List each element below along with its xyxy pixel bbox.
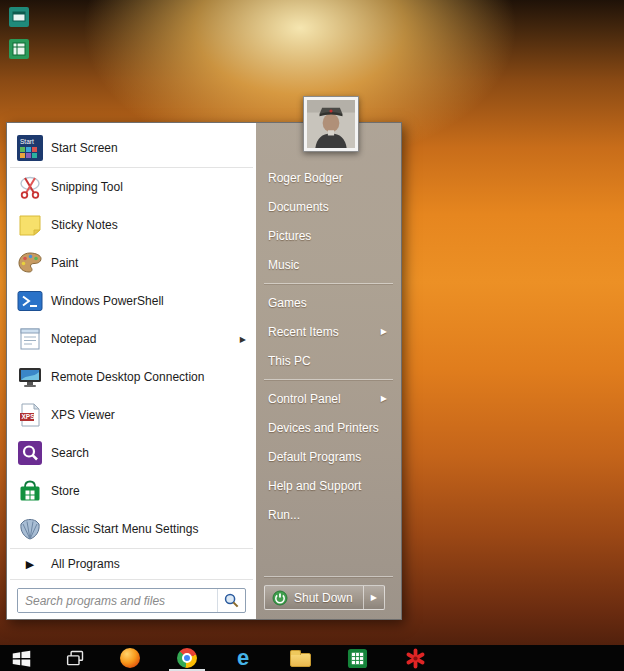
search-app-icon bbox=[17, 440, 43, 466]
panel-separator bbox=[264, 379, 393, 380]
menu-item-snipping-tool[interactable]: Snipping Tool bbox=[7, 168, 256, 206]
menu-item-label: Paint bbox=[51, 256, 78, 270]
submenu-arrow-icon: ▶ bbox=[381, 327, 387, 336]
sticky-notes-icon bbox=[17, 212, 43, 238]
user-portrait-photo bbox=[307, 100, 355, 148]
all-programs-label: All Programs bbox=[51, 557, 120, 571]
desktop-shortcut-icon-2[interactable] bbox=[8, 38, 30, 60]
submenu-arrow-icon: ▶ bbox=[240, 335, 246, 344]
item-label: Control Panel bbox=[268, 392, 341, 406]
item-label: Games bbox=[268, 296, 307, 310]
red-asterisk-icon bbox=[405, 648, 426, 669]
menu-item-notepad[interactable]: Notepad ▶ bbox=[7, 320, 256, 358]
search-input[interactable] bbox=[18, 589, 217, 612]
powershell-icon bbox=[17, 288, 43, 314]
desktop-shortcut-icon-1[interactable] bbox=[8, 6, 30, 28]
store-icon bbox=[17, 478, 43, 504]
item-label: Help and Support bbox=[268, 479, 361, 493]
xps-viewer-icon: XPS bbox=[17, 402, 43, 428]
menu-item-powershell[interactable]: Windows PowerShell bbox=[7, 282, 256, 320]
taskbar-icon-explorer[interactable] bbox=[63, 647, 87, 669]
chrome-icon bbox=[177, 648, 197, 668]
taskbar-icon-internet-explorer[interactable]: e bbox=[231, 647, 255, 669]
search-box[interactable] bbox=[17, 588, 246, 613]
item-label: Pictures bbox=[268, 229, 311, 243]
start-menu: Start Start Screen Snipping Tool Sticky … bbox=[6, 122, 402, 620]
taskbar-start-button[interactable] bbox=[9, 647, 33, 669]
menu-item-control-panel[interactable]: Control Panel ▶ bbox=[256, 384, 401, 413]
folder-icon bbox=[290, 653, 311, 667]
menu-item-store[interactable]: Store bbox=[7, 472, 256, 510]
menu-item-label: Notepad bbox=[51, 332, 96, 346]
menu-item-label: Start Screen bbox=[51, 141, 118, 155]
menu-item-search[interactable]: Search bbox=[7, 434, 256, 472]
teal-app-icon bbox=[8, 6, 30, 28]
shutdown-options-arrow[interactable]: ▶ bbox=[363, 586, 384, 609]
shutdown-label: Shut Down bbox=[294, 591, 353, 605]
menu-item-label: Windows PowerShell bbox=[51, 294, 164, 308]
menu-item-label: XPS Viewer bbox=[51, 408, 115, 422]
menu-item-remote-desktop[interactable]: Remote Desktop Connection bbox=[7, 358, 256, 396]
menu-item-paint[interactable]: Paint bbox=[7, 244, 256, 282]
menu-item-default-programs[interactable]: Default Programs bbox=[256, 442, 401, 471]
shutdown-power-icon bbox=[272, 590, 288, 606]
search-magnifier-icon[interactable] bbox=[217, 589, 245, 612]
user-name-item[interactable]: Roger Bodger bbox=[256, 163, 401, 192]
submenu-arrow-icon: ▶ bbox=[381, 394, 387, 403]
menu-item-xps-viewer[interactable]: XPS XPS Viewer bbox=[7, 396, 256, 434]
firefox-icon bbox=[120, 648, 140, 668]
svg-text:XPS: XPS bbox=[22, 413, 36, 420]
menu-item-music[interactable]: Music bbox=[256, 250, 401, 279]
user-name-label: Roger Bodger bbox=[268, 171, 343, 185]
taskbar-icon-red-app[interactable] bbox=[403, 647, 427, 669]
menu-item-help-and-support[interactable]: Help and Support bbox=[256, 471, 401, 500]
snipping-tool-icon bbox=[17, 174, 43, 200]
menu-item-label: Store bbox=[51, 484, 80, 498]
user-avatar[interactable] bbox=[303, 96, 359, 152]
all-programs-arrow-icon: ▶ bbox=[17, 558, 43, 571]
menu-item-label: Remote Desktop Connection bbox=[51, 370, 204, 384]
desktop: Start Start Screen Snipping Tool Sticky … bbox=[0, 0, 624, 671]
menu-item-label: Snipping Tool bbox=[51, 180, 123, 194]
shutdown-button[interactable]: Shut Down bbox=[265, 586, 363, 609]
item-label: Documents bbox=[268, 200, 329, 214]
menu-item-documents[interactable]: Documents bbox=[256, 192, 401, 221]
item-label: Recent Items bbox=[268, 325, 339, 339]
start-screen-icon: Start bbox=[17, 135, 43, 161]
item-label: Devices and Printers bbox=[268, 421, 379, 435]
menu-item-devices-and-printers[interactable]: Devices and Printers bbox=[256, 413, 401, 442]
menu-item-games[interactable]: Games bbox=[256, 288, 401, 317]
panel-separator bbox=[264, 283, 393, 284]
explorer-windows-icon bbox=[65, 648, 86, 669]
menu-item-this-pc[interactable]: This PC bbox=[256, 346, 401, 375]
item-label: Music bbox=[268, 258, 299, 272]
menu-item-run[interactable]: Run... bbox=[256, 500, 401, 529]
menu-item-classic-start-menu-settings[interactable]: Classic Start Menu Settings bbox=[7, 510, 256, 548]
panel-separator bbox=[264, 576, 393, 577]
internet-explorer-icon: e bbox=[237, 648, 249, 668]
green-app-icon bbox=[8, 38, 30, 60]
taskbar: e bbox=[0, 645, 624, 671]
menu-item-pictures[interactable]: Pictures bbox=[256, 221, 401, 250]
taskbar-icon-firefox[interactable] bbox=[118, 647, 142, 669]
taskbar-icon-spreadsheet-app[interactable] bbox=[345, 647, 369, 669]
classic-shell-icon bbox=[17, 516, 43, 542]
menu-item-start-screen[interactable]: Start Start Screen bbox=[7, 129, 256, 167]
remote-desktop-icon bbox=[17, 364, 43, 390]
spreadsheet-green-icon bbox=[347, 648, 368, 669]
shutdown-split-button[interactable]: Shut Down ▶ bbox=[264, 585, 385, 610]
paint-icon bbox=[17, 250, 43, 276]
taskbar-icon-chrome[interactable] bbox=[175, 647, 199, 669]
start-menu-pinned-column: Start Start Screen Snipping Tool Sticky … bbox=[7, 123, 256, 619]
start-menu-places-column: Roger Bodger Documents Pictures Music Ga… bbox=[256, 123, 401, 619]
item-label: Run... bbox=[268, 508, 300, 522]
all-programs-item[interactable]: ▶ All Programs bbox=[7, 549, 256, 579]
menu-item-recent-items[interactable]: Recent Items ▶ bbox=[256, 317, 401, 346]
item-label: Default Programs bbox=[268, 450, 361, 464]
menu-separator bbox=[10, 579, 253, 580]
taskbar-icon-file-explorer-folder[interactable] bbox=[288, 647, 312, 669]
item-label: This PC bbox=[268, 354, 311, 368]
menu-item-sticky-notes[interactable]: Sticky Notes bbox=[7, 206, 256, 244]
svg-text:Start: Start bbox=[20, 138, 34, 145]
windows-start-icon bbox=[11, 648, 32, 669]
